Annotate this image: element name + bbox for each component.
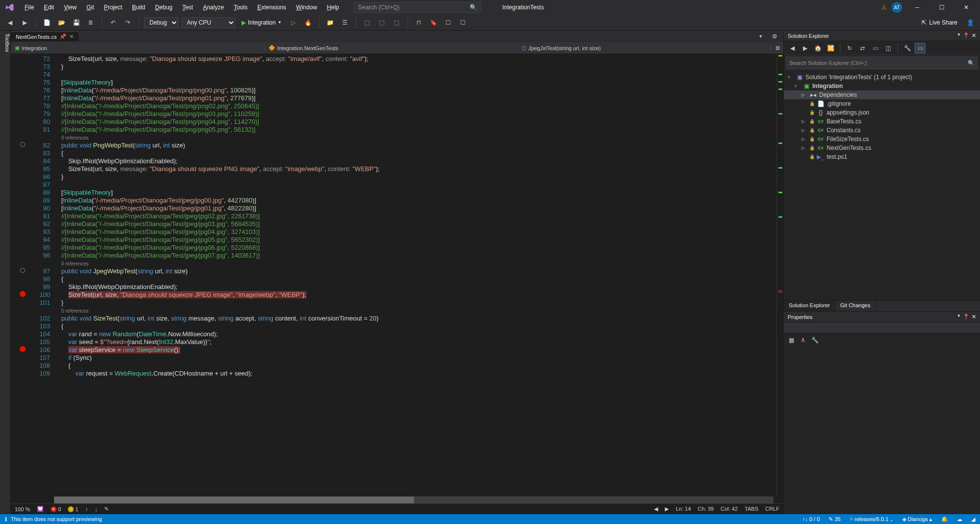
hot-reload-button[interactable]: 🔥 — [302, 17, 314, 29]
menu-view[interactable]: View — [59, 2, 82, 13]
tab-git-changes[interactable]: Git Changes — [835, 301, 876, 311]
line-ending[interactable]: CRLF — [765, 506, 779, 512]
menu-analyze[interactable]: Analyze — [198, 2, 229, 13]
tree-item-constants-cs[interactable]: ▷🔒C#Constants.cs — [784, 126, 980, 135]
menu-edit[interactable]: Edit — [39, 2, 59, 13]
properties-selector[interactable] — [784, 322, 980, 333]
breakpoint-icon[interactable] — [20, 291, 26, 297]
tree-item-test-ps1[interactable]: 🔒▶_test.ps1 — [784, 152, 980, 161]
menu-file[interactable]: File — [20, 2, 39, 13]
tb-btn-1[interactable]: 📁 — [325, 17, 336, 29]
se-collapse-button[interactable]: ▭ — [870, 43, 881, 54]
solution-explorer-search[interactable]: Search Solution Explorer (Ctrl+;) 🔍 — [786, 57, 978, 69]
menu-search[interactable]: Search (Ctrl+Q) 🔍 — [354, 2, 481, 13]
menu-window[interactable]: Window — [291, 2, 322, 13]
panel-dropdown-icon[interactable]: ▼ — [957, 32, 961, 39]
tree-item-nextgentests-cs[interactable]: ▷🔒C#NextGenTests.cs — [784, 144, 980, 152]
split-editor-button[interactable]: ⊞ — [772, 42, 783, 54]
tab-dropdown-button[interactable]: ▼ — [755, 30, 767, 42]
nav-fwd-button[interactable]: ▶ — [19, 17, 30, 29]
tab-solution-explorer[interactable]: Solution Explorer — [784, 301, 835, 311]
minimize-button[interactable]: ─ — [907, 0, 927, 14]
open-file-button[interactable]: 📂 — [56, 17, 67, 29]
status-changes[interactable]: ↑↓ 0 / 0 — [802, 516, 820, 522]
se-switch-button[interactable]: 🔀 — [825, 43, 836, 54]
solution-tree[interactable]: ▿▣Solution 'IntegrationTests' (1 of 1 pr… — [784, 71, 980, 300]
tb-btn-5[interactable]: ⬚ — [391, 17, 403, 29]
close-button[interactable]: ✕ — [956, 0, 976, 14]
tb-btn-4[interactable]: ⬚ — [376, 17, 388, 29]
tree-project[interactable]: ▿▣Integration — [784, 82, 980, 90]
breadcrumb-project[interactable]: ▣ Integration — [11, 45, 265, 51]
code-body[interactable]: SizeTest(url, size, message: "Dianoga sh… — [54, 54, 776, 496]
indent-mode[interactable]: TABS — [744, 506, 758, 512]
pin-icon[interactable]: 📌 — [59, 33, 66, 40]
feedback-button[interactable]: 👤 — [964, 17, 976, 29]
test-indicator-icon[interactable] — [20, 268, 25, 273]
se-filter-button[interactable]: ⇄ — [857, 43, 868, 54]
breakpoint-icon[interactable] — [20, 346, 26, 352]
tree-item-dependencies[interactable]: ▷▸◂Dependencies — [784, 90, 980, 99]
nav-down-button[interactable]: ↓ — [95, 506, 98, 512]
status-repo[interactable]: ◈ Dianoga ▴ — [902, 516, 932, 523]
se-fwd-button[interactable]: ▶ — [800, 43, 810, 54]
menu-help[interactable]: Help — [322, 2, 344, 13]
code-editor[interactable]: 7273747576777879808182838485868788899091… — [11, 54, 783, 496]
se-properties-button[interactable]: 🔧 — [902, 43, 913, 54]
tree-item--gitignore[interactable]: 🔒📄.gitignore — [784, 99, 980, 108]
menu-test[interactable]: Test — [178, 2, 198, 13]
undo-button[interactable]: ↶ — [107, 17, 119, 29]
tree-solution[interactable]: ▿▣Solution 'IntegrationTests' (1 of 1 pr… — [784, 73, 980, 82]
status-branch[interactable]: ⑂ releases/6.0.1 ▴ — [850, 516, 893, 522]
redo-button[interactable]: ↷ — [122, 17, 134, 29]
tab-settings-button[interactable]: ⚙ — [769, 30, 780, 42]
tb-btn-3[interactable]: ⬚ — [361, 17, 373, 29]
props-categorize-button[interactable]: ▦ — [786, 335, 797, 346]
tb-btn-8[interactable]: ☐ — [443, 17, 454, 29]
clear-button[interactable]: ✎ — [104, 506, 109, 512]
nav-back-button[interactable]: ◀ — [4, 17, 16, 29]
panel-pin-icon[interactable]: 📍 — [963, 314, 970, 320]
tb-btn-7[interactable]: 🔖 — [428, 17, 440, 29]
glyph-margin[interactable] — [11, 54, 34, 496]
file-tab-active[interactable]: NextGenTests.cs 📌 ✕ — [11, 31, 79, 41]
menu-debug[interactable]: Debug — [150, 2, 177, 13]
warning-count[interactable]: !1 — [68, 506, 78, 512]
menu-git[interactable]: Git — [82, 2, 99, 13]
run-button[interactable]: ▶ Integration ▼ — [238, 18, 285, 27]
menu-project[interactable]: Project — [99, 2, 127, 13]
health-icon[interactable]: 💟 — [37, 506, 44, 512]
test-indicator-icon[interactable] — [20, 142, 25, 147]
panel-close-icon[interactable]: ✕ — [972, 32, 976, 39]
save-all-button[interactable]: 🗎 — [85, 17, 97, 29]
scroll-right-button[interactable]: ▶ — [665, 506, 669, 512]
se-back-button[interactable]: ◀ — [787, 43, 798, 54]
new-project-button[interactable]: 📄 — [41, 17, 53, 29]
breadcrumb-method[interactable]: ◻ JpegJxlTest(string url, int size) — [518, 45, 772, 51]
se-sync-button[interactable]: ↻ — [844, 43, 855, 54]
panel-close-icon[interactable]: ✕ — [972, 314, 976, 320]
menu-build[interactable]: Build — [127, 2, 150, 13]
status-commits[interactable]: ✎ 35 — [829, 516, 840, 523]
scroll-left-button[interactable]: ◀ — [654, 506, 658, 512]
tree-item-filesizetests-cs[interactable]: ▷🔒C#FileSizeTests.cs — [784, 135, 980, 144]
panel-pin-icon[interactable]: 📍 — [963, 32, 970, 39]
toolbox-panel[interactable]: Toolbox — [0, 30, 11, 514]
nav-up-button[interactable]: ↑ — [85, 506, 88, 512]
tab-close-icon[interactable]: ✕ — [69, 33, 74, 40]
warning-icon[interactable]: ⚠ — [881, 4, 887, 11]
tb-btn-9[interactable]: ☐ — [457, 17, 469, 29]
status-cloud[interactable]: ☁ — [957, 516, 962, 523]
tb-btn-2[interactable]: ☰ — [339, 17, 351, 29]
config-select[interactable]: Debug — [144, 17, 178, 28]
status-notify[interactable]: 🔔 — [941, 516, 948, 523]
tree-item-appsettings-json[interactable]: 🔒{}appsettings.json — [784, 108, 980, 117]
platform-select[interactable]: Any CPU — [181, 17, 236, 28]
se-showall-button[interactable]: ◫ — [883, 43, 893, 54]
maximize-button[interactable]: ☐ — [932, 0, 951, 14]
run-no-debug-button[interactable]: ▷ — [288, 17, 299, 29]
se-home-button[interactable]: 🏠 — [812, 43, 823, 54]
user-avatar[interactable]: AT — [891, 2, 902, 13]
props-pages-button[interactable]: 🔧 — [809, 335, 820, 346]
props-alpha-button[interactable]: Ａ — [798, 335, 808, 346]
